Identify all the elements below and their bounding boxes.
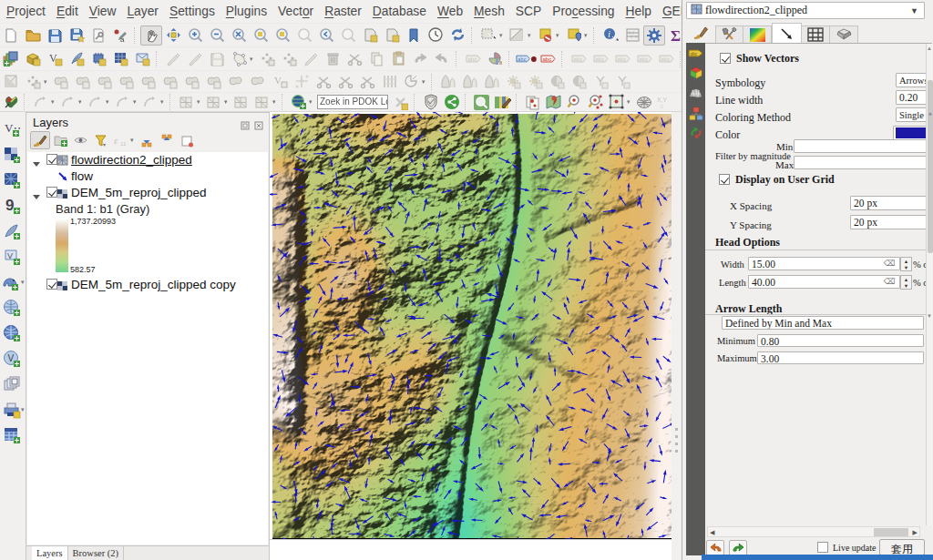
svg-text:abc: abc [639,56,648,62]
svg-text:○: ○ [660,103,663,109]
svg-text:ε: ε [114,135,118,146]
svg-text:abc: abc [617,56,626,62]
svg-text:X,Y: X,Y [657,97,668,103]
svg-text:9: 9 [5,197,14,214]
svg-text:abc: abc [573,56,582,62]
svg-text:V: V [8,353,15,363]
svg-text:abc: abc [542,56,551,62]
svg-text:abc: abc [661,56,670,62]
svg-text:abc: abc [467,56,477,62]
svg-text:Σ: Σ [671,27,681,44]
svg-text:V: V [274,75,282,86]
svg-text:▾: ▾ [103,142,106,148]
svg-text:abc: abc [691,51,698,56]
svg-text:abc: abc [595,56,604,62]
svg-text:i: i [608,29,610,39]
svg-text:a: a [120,36,125,43]
svg-text:V: V [7,251,13,260]
svg-text:abc: abc [518,56,526,62]
svg-text:11: 11 [120,141,127,147]
